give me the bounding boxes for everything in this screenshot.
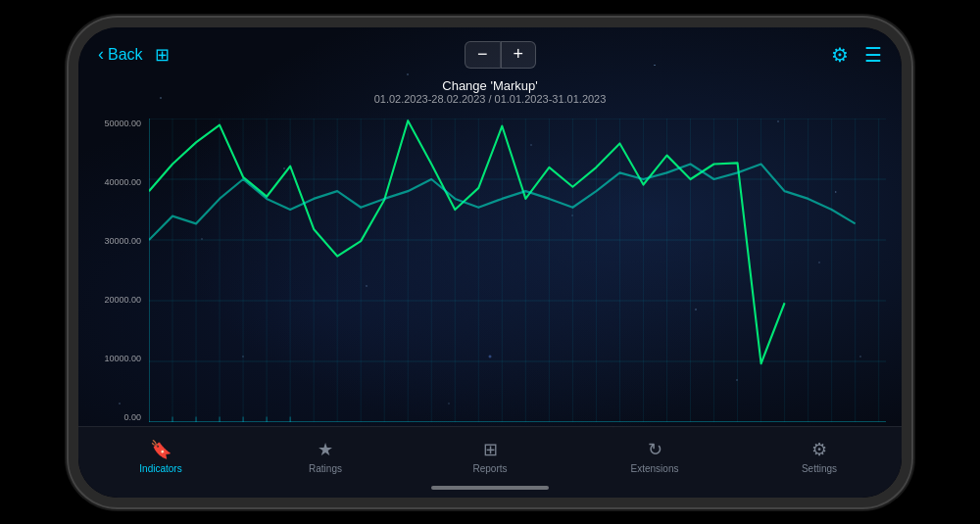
home-indicator (78, 482, 902, 498)
back-chevron-icon: ‹ (98, 44, 104, 65)
minus-icon: − (477, 44, 488, 65)
y-label-50000: 50000.00 (104, 119, 141, 128)
nav-item-reports[interactable]: ⊞ Reports (408, 435, 572, 478)
zoom-controls: − + (465, 41, 536, 69)
reports-label: Reports (472, 463, 507, 474)
content: ‹ Back ⊞ − + (78, 27, 902, 498)
extensions-label: Extensions (631, 463, 679, 474)
line-series-1 (149, 120, 785, 363)
chart-area: 50000.00 40000.00 30000.00 20000.00 1000… (78, 111, 902, 426)
phone-frame: ‹ Back ⊞ − + (69, 18, 911, 507)
y-axis: 50000.00 40000.00 30000.00 20000.00 1000… (78, 119, 147, 422)
settings-icon[interactable]: ⚙ (831, 43, 849, 67)
settings-nav-icon: ⚙ (811, 439, 827, 460)
y-label-10000: 10000.00 (104, 354, 141, 363)
plus-icon: + (514, 44, 524, 65)
extensions-icon: ↻ (648, 439, 662, 460)
indicators-label: Indicators (139, 463, 181, 474)
nav-item-indicators[interactable]: 🔖 Indicators (78, 435, 243, 478)
indicators-icon: 🔖 (150, 439, 172, 460)
nav-item-settings[interactable]: ⚙ Settings (737, 435, 902, 478)
ratings-icon: ★ (318, 439, 333, 460)
ratings-label: Ratings (309, 463, 342, 474)
nav-item-extensions[interactable]: ↻ Extensions (572, 435, 737, 478)
nav-item-ratings[interactable]: ★ Ratings (243, 435, 408, 478)
y-label-0: 0.00 (123, 412, 141, 422)
phone-wrapper: ‹ Back ⊞ − + (69, 18, 911, 507)
back-label: Back (108, 46, 143, 64)
zoom-out-button[interactable]: − (465, 41, 500, 69)
list-icon[interactable]: ☰ (864, 43, 882, 67)
top-bar-left: ‹ Back ⊞ (98, 44, 170, 66)
phone-screen: ‹ Back ⊞ − + (78, 27, 902, 498)
chart-subtitle: 01.02.2023-28.02.2023 / 01.01.2023-31.01… (78, 93, 902, 105)
zoom-in-button[interactable]: + (501, 41, 536, 69)
grid-icon[interactable]: ⊞ (155, 44, 170, 66)
chart-svg: 1 2 3 4 5 6 7 8 9 10 11 12 13 14 (149, 119, 886, 422)
settings-label: Settings (802, 463, 837, 474)
bottom-nav: 🔖 Indicators ★ Ratings ⊞ Reports ↻ Exten… (78, 426, 902, 482)
top-bar-right: ⚙ ☰ (831, 43, 882, 67)
reports-icon: ⊞ (483, 439, 498, 460)
chart-title: Change 'Markup' (78, 78, 902, 93)
chart-title-area: Change 'Markup' 01.02.2023-28.02.2023 / … (78, 76, 902, 111)
y-label-30000: 30000.00 (104, 236, 141, 246)
y-label-20000: 20000.00 (104, 295, 141, 305)
top-bar: ‹ Back ⊞ − + (78, 27, 902, 76)
back-button[interactable]: ‹ Back (98, 44, 143, 65)
y-label-40000: 40000.00 (104, 177, 141, 187)
home-bar (431, 486, 549, 490)
